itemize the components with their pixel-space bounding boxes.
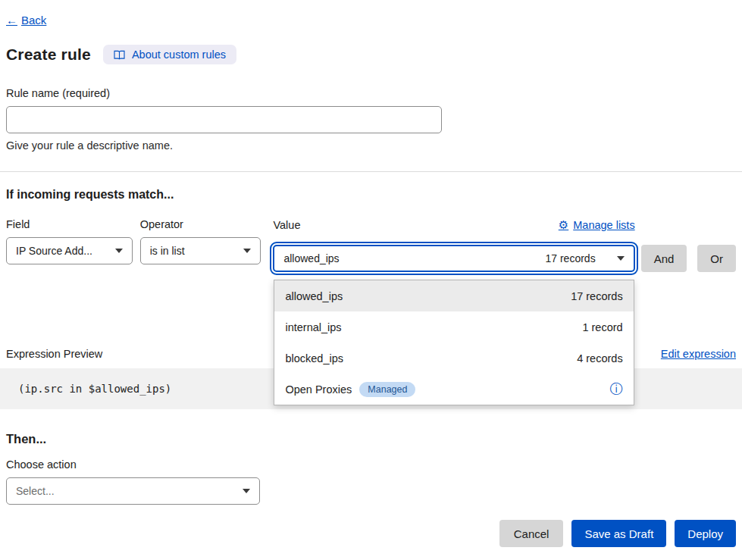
value-column: Value ⚙ Manage lists allowed_ips 17 reco…	[273, 218, 634, 272]
value-label: Value	[273, 219, 300, 231]
list-option-detail: 4 records	[577, 352, 622, 364]
list-option-name: allowed_ips	[285, 290, 343, 302]
value-select-wrap: allowed_ips 17 records allowed_ips 17 re…	[273, 245, 634, 272]
gear-icon: ⚙	[559, 218, 568, 232]
about-custom-rules-label: About custom rules	[132, 48, 226, 61]
edit-expression-link[interactable]: Edit expression	[661, 348, 736, 360]
value-select[interactable]: allowed_ips 17 records	[273, 245, 634, 272]
expression-preview-label: Expression Preview	[6, 348, 102, 360]
footer-actions: Cancel Save as Draft Deploy	[6, 520, 736, 547]
then-section-heading: Then...	[6, 432, 736, 446]
list-option-allowed-ips[interactable]: allowed_ips 17 records	[274, 280, 633, 311]
field-label: Field	[6, 218, 133, 230]
choose-action-label: Choose action	[6, 458, 736, 471]
manage-lists-link[interactable]: ⚙ Manage lists	[559, 218, 635, 232]
back-link-label: Back	[21, 14, 46, 27]
save-as-draft-button[interactable]: Save as Draft	[571, 520, 666, 547]
match-row: Field IP Source Add... Operator is in li…	[6, 218, 736, 272]
chevron-down-icon	[243, 249, 251, 253]
action-select-placeholder: Select...	[16, 485, 55, 497]
book-icon	[114, 50, 125, 60]
managed-badge: Managed	[359, 382, 415, 397]
about-custom-rules-link[interactable]: About custom rules	[103, 45, 236, 64]
expression-code: (ip.src in $allowed_ips)	[18, 383, 171, 395]
list-option-left: Open Proxies Managed	[285, 382, 415, 397]
list-option-name: Open Proxies	[285, 383, 352, 396]
rule-name-helper: Give your rule a descriptive name.	[6, 139, 736, 152]
action-select[interactable]: Select...	[6, 477, 260, 505]
field-select[interactable]: IP Source Add...	[6, 237, 133, 264]
field-select-value: IP Source Add...	[16, 245, 92, 257]
list-dropdown-menu: allowed_ips 17 records internal_ips 1 re…	[274, 280, 634, 405]
field-column: Field IP Source Add...	[6, 218, 133, 264]
rule-name-label: Rule name (required)	[6, 87, 736, 99]
operator-column: Operator is in list	[140, 218, 261, 264]
operator-label: Operator	[140, 218, 261, 230]
value-select-right: 17 records	[545, 252, 624, 264]
logic-buttons: And Or	[641, 218, 736, 272]
chevron-down-icon	[243, 489, 250, 493]
match-section-heading: If incoming requests match...	[6, 188, 736, 202]
list-option-internal-ips[interactable]: internal_ips 1 record	[274, 311, 633, 343]
operator-select[interactable]: is in list	[140, 237, 261, 264]
deploy-button[interactable]: Deploy	[675, 520, 736, 547]
or-button[interactable]: Or	[697, 245, 736, 272]
list-option-detail: 1 record	[582, 321, 622, 333]
list-option-open-proxies[interactable]: Open Proxies Managed ⓘ	[274, 374, 633, 405]
create-rule-page: ← Back Create rule About custom rules Ru…	[0, 0, 742, 560]
value-select-records: 17 records	[545, 252, 595, 264]
operator-select-value: is in list	[150, 245, 185, 257]
chevron-down-icon	[617, 256, 625, 261]
value-select-value: allowed_ips	[283, 252, 339, 264]
page-title: Create rule	[6, 45, 91, 64]
title-row: Create rule About custom rules	[6, 45, 736, 64]
list-option-name: blocked_ips	[285, 352, 343, 364]
list-option-detail: 17 records	[571, 290, 623, 302]
list-option-name: internal_ips	[285, 321, 341, 333]
back-link[interactable]: ← Back	[6, 14, 46, 27]
info-icon[interactable]: ⓘ	[610, 383, 623, 396]
and-button[interactable]: And	[641, 245, 687, 272]
chevron-down-icon	[115, 249, 123, 253]
section-divider	[0, 171, 742, 172]
manage-lists-label: Manage lists	[573, 219, 634, 231]
back-arrow-icon: ←	[6, 14, 17, 27]
list-option-blocked-ips[interactable]: blocked_ips 4 records	[274, 343, 633, 374]
value-label-row: Value ⚙ Manage lists	[273, 218, 634, 238]
cancel-button[interactable]: Cancel	[499, 520, 564, 547]
rule-name-input[interactable]	[6, 106, 442, 133]
